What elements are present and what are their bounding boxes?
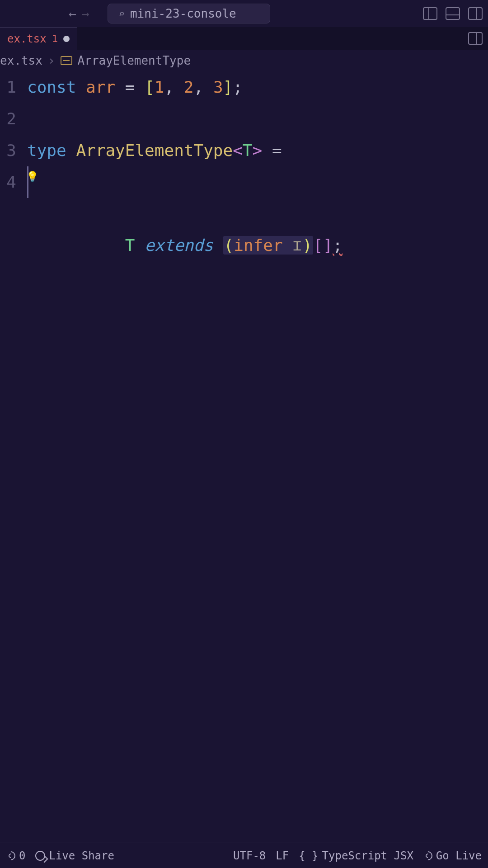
token-typeparam: T: [243, 141, 253, 160]
toggle-panel-icon[interactable]: [446, 7, 460, 20]
chevron-right-icon: ›: [48, 54, 55, 67]
token-punct: ,: [164, 78, 184, 96]
token-paren: ): [302, 236, 312, 255]
nav-arrows: ← →: [69, 6, 89, 21]
line-number: 4: [0, 166, 16, 198]
go-live-button[interactable]: Go Live: [423, 849, 482, 862]
code-line[interactable]: const arr = [1, 2, 3];: [27, 71, 488, 103]
token-angle: >: [253, 141, 263, 160]
broadcast-icon: [423, 851, 432, 860]
tab-bar: ex.tsx 1: [0, 27, 488, 50]
token-number: 1: [155, 78, 164, 96]
symbol-type-icon: [61, 56, 72, 65]
code-line[interactable]: type ArrayElementType<T> =: [27, 135, 488, 166]
nav-back-icon[interactable]: ←: [69, 6, 76, 21]
eol-button[interactable]: LF: [276, 849, 289, 862]
unsaved-dot-icon: [63, 36, 70, 42]
token-keyword: infer: [234, 236, 282, 255]
go-live-label: Go Live: [436, 849, 482, 862]
live-share-label: Live Share: [49, 849, 114, 862]
token-angle: <: [233, 141, 243, 160]
toggle-sidebar-icon[interactable]: [423, 7, 437, 20]
code-editor[interactable]: 1 2 3 4 const arr = [1, 2, 3]; type Arra…: [0, 71, 488, 198]
token-bracket: [: [313, 236, 323, 255]
tab-problems-count: 1: [52, 33, 58, 44]
toggle-secondary-sidebar-icon[interactable]: [468, 7, 483, 20]
token-punct: ,: [194, 78, 213, 96]
token-keyword: const: [27, 78, 76, 96]
token-operator: =: [115, 78, 145, 96]
token-number: 2: [184, 78, 194, 96]
language-mode-button[interactable]: { } TypeScript JSX: [299, 849, 413, 862]
status-bar: 0 Live Share UTF-8 LF { } TypeScript JSX…: [0, 843, 488, 868]
layout-controls: [423, 7, 483, 20]
code-line[interactable]: 💡 T extends (infer Ꮖ)[];: [27, 166, 488, 198]
line-number: 1: [0, 71, 16, 103]
nav-forward-icon: →: [82, 6, 89, 21]
eol-label: LF: [276, 849, 289, 862]
token-bracket: ]: [223, 78, 233, 96]
token-punct: ;: [233, 78, 243, 96]
remote-count: 0: [19, 849, 25, 862]
breadcrumb[interactable]: ex.tsx › ArrayElementType: [0, 50, 488, 71]
token-typename: ArrayElementType: [76, 141, 233, 160]
indent: [86, 236, 125, 255]
line-number: 2: [0, 103, 16, 135]
live-share-button[interactable]: Live Share: [35, 849, 114, 862]
braces-icon: { }: [299, 849, 318, 862]
editor-tab[interactable]: ex.tsx 1: [0, 27, 77, 50]
language-label: TypeScript JSX: [322, 849, 413, 862]
search-icon: ⌕: [119, 8, 125, 19]
token-typeparam: T: [125, 236, 135, 255]
window-titlebar: ← → ⌕ mini-23-console: [0, 0, 488, 27]
line-number-gutter: 1 2 3 4: [0, 71, 27, 198]
command-center[interactable]: ⌕ mini-23-console: [108, 4, 270, 24]
token-identifier: arr: [86, 78, 115, 96]
line-number: 3: [0, 135, 16, 166]
token-keyword: type: [27, 141, 66, 160]
split-editor-icon[interactable]: [468, 32, 483, 45]
selection-highlight: (infer Ꮖ): [223, 236, 313, 255]
project-name: mini-23-console: [130, 7, 236, 20]
token-keyword: extends: [145, 236, 213, 255]
encoding-label: UTF-8: [233, 849, 266, 862]
token-bracket: ]: [323, 236, 333, 255]
token-punct-error: ;: [333, 236, 343, 255]
encoding-button[interactable]: UTF-8: [233, 849, 266, 862]
text-cursor-icon: Ꮖ: [292, 231, 302, 262]
remote-status[interactable]: 0: [6, 849, 25, 862]
token-number: 3: [213, 78, 223, 96]
breadcrumb-symbol[interactable]: ArrayElementType: [78, 54, 191, 67]
code-content[interactable]: const arr = [1, 2, 3]; type ArrayElement…: [27, 71, 488, 198]
broadcast-icon: [6, 851, 15, 860]
token-operator: =: [262, 141, 282, 160]
code-line[interactable]: [27, 103, 488, 135]
breadcrumb-file[interactable]: ex.tsx: [0, 54, 42, 67]
lightbulb-icon[interactable]: 💡: [26, 161, 38, 193]
live-share-icon: [35, 851, 45, 861]
tab-filename: ex.tsx: [7, 33, 47, 45]
token-bracket: [: [145, 78, 155, 96]
token-paren: (: [224, 236, 234, 255]
